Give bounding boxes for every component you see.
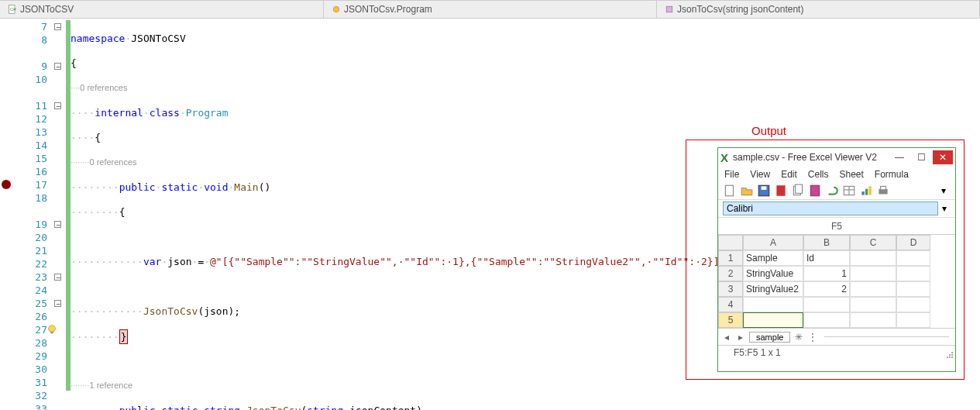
col-header[interactable]: A [743,235,803,250]
svg-rect-11 [796,184,803,193]
cell[interactable] [743,297,803,312]
save-icon[interactable] [757,184,771,198]
table-icon[interactable] [842,184,856,198]
tab-add-icon[interactable]: ✳ [793,332,804,343]
excel-viewer-window[interactable]: X sample.csv - Free Excel Viewer V2 — ☐ … [717,147,956,372]
titlebar[interactable]: X sample.csv - Free Excel Viewer V2 — ☐ … [718,148,955,167]
toolbar-overflow-icon[interactable]: ▾ [937,184,951,198]
method-icon [665,5,674,14]
scope-class[interactable]: JSONToCsv.Program [324,1,657,18]
menu-formula[interactable]: Formula [875,169,909,180]
row-header[interactable]: 4 [718,297,743,312]
cell[interactable]: 2 [803,281,850,297]
fold-icon[interactable] [54,300,61,307]
paste-icon[interactable] [808,184,822,198]
fold-icon[interactable] [54,221,61,228]
window-title: sample.csv - Free Excel Viewer V2 [733,152,888,163]
code-area[interactable]: namespace·JSONToCSV { ····0 references ·… [70,19,731,410]
scope-project[interactable]: C#JSONToCSV [0,1,324,18]
row-header[interactable]: 2 [718,266,743,281]
menu-bar[interactable]: File View Edit Cells Sheet Formula [718,167,955,182]
cell[interactable] [850,250,896,266]
row-header[interactable]: 1 [718,250,743,266]
cell[interactable] [896,297,930,312]
breadcrumb-bar: C#JSONToCSV JSONToCsv.Program JsonToCsv(… [0,0,980,19]
cell[interactable] [803,297,850,312]
new-icon[interactable] [723,184,737,198]
cell[interactable] [850,266,896,281]
menu-sheet[interactable]: Sheet [840,169,864,180]
status-bar: F5:F5 1 x 1 [718,345,955,360]
cell[interactable] [850,312,896,328]
cell[interactable]: Sample [743,250,803,266]
cell[interactable] [896,281,930,297]
font-row: Calibri ▾ [718,200,955,218]
print-icon[interactable] [876,184,890,198]
tab-menu-icon[interactable]: ⋮ [807,332,818,343]
sheet-tabs: ◂ ▸ sample ✳ ⋮ [718,328,955,345]
breakpoint-icon[interactable] [2,180,11,189]
svg-rect-16 [861,191,864,195]
fold-icon[interactable] [54,63,61,70]
toolbar: ▾ [718,182,955,200]
pdf-icon[interactable] [774,184,788,198]
cell[interactable] [850,297,896,312]
open-icon[interactable] [740,184,754,198]
menu-cells[interactable]: Cells [808,169,829,180]
col-header[interactable]: B [803,235,850,250]
cell[interactable] [896,250,930,266]
fold-icon[interactable] [54,23,61,30]
cell[interactable]: StringValue [743,266,803,281]
cell[interactable] [896,312,930,328]
svg-rect-12 [810,185,819,196]
csharp-file-icon: C# [8,5,17,14]
resize-grip-icon[interactable] [944,350,954,359]
font-select[interactable]: Calibri [723,202,938,215]
chart-icon[interactable] [859,184,873,198]
svg-rect-3 [666,6,672,12]
svg-text:C#: C# [10,7,16,12]
copy-icon[interactable] [791,184,805,198]
minimize-button[interactable]: — [889,150,910,164]
tab-next-icon[interactable]: ▸ [735,332,746,343]
row-header[interactable]: 5 [718,312,743,328]
dropdown-icon[interactable]: ▾ [938,203,951,214]
tab-prev-icon[interactable]: ◂ [721,332,732,343]
class-icon [332,5,341,14]
maximize-button[interactable]: ☐ [911,150,931,164]
col-header[interactable]: C [850,235,896,250]
sheet-tab[interactable]: sample [749,332,790,343]
lightbulb-icon[interactable] [46,324,57,335]
corner-cell[interactable] [718,235,743,250]
col-header[interactable]: D [896,235,930,250]
cell[interactable]: 1 [803,266,850,281]
cell[interactable]: StringValue2 [743,281,803,297]
menu-file[interactable]: File [724,169,739,180]
svg-point-23 [951,354,953,356]
svg-point-22 [949,357,951,358]
svg-rect-17 [865,189,868,195]
svg-point-25 [949,354,951,356]
svg-rect-9 [776,185,785,196]
undo-icon[interactable] [825,184,839,198]
svg-rect-18 [868,186,871,195]
spreadsheet[interactable]: A B C D 1SampleId 2StringValue1 3StringV… [718,235,955,328]
menu-edit[interactable]: Edit [781,169,797,180]
svg-rect-5 [50,332,53,334]
close-button[interactable]: ✕ [933,150,953,164]
cell[interactable] [803,312,850,328]
cell[interactable] [896,266,930,281]
cell[interactable]: Id [803,250,850,266]
cell[interactable] [743,312,803,328]
scope-method[interactable]: JsonToCsv(string jsonContent) [657,1,980,18]
line-gutter: 7 8 9 10 11 12 13 14 15 16 17 18 19 20 2… [0,19,66,410]
fold-icon[interactable] [54,102,61,109]
fold-icon[interactable] [54,274,61,281]
cell[interactable] [850,281,896,297]
svg-rect-6 [725,185,733,196]
svg-point-21 [951,357,953,358]
svg-point-26 [951,352,953,353]
svg-point-2 [333,6,339,12]
row-header[interactable]: 3 [718,281,743,297]
menu-view[interactable]: View [750,169,770,180]
